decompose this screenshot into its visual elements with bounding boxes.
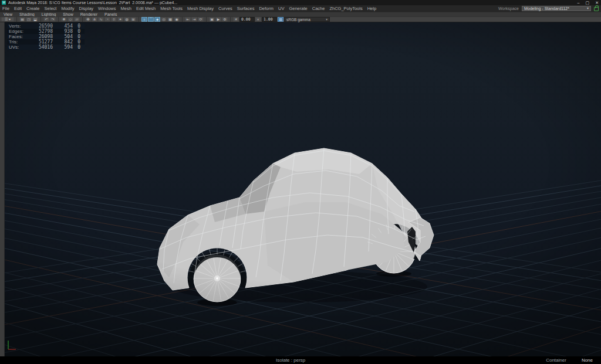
redo-icon[interactable]: ↷	[50, 17, 56, 22]
panel-menu-panels[interactable]: Panels	[101, 12, 120, 16]
menu-surfaces[interactable]: Surfaces	[235, 5, 257, 12]
panel-menu-show[interactable]: Show	[59, 12, 77, 16]
menu-mesh[interactable]: Mesh	[119, 5, 134, 12]
input-connections-icon[interactable]: ⇤	[185, 17, 191, 22]
menu-uv[interactable]: UV	[276, 5, 286, 12]
hud-row-faces-: Faces:260985040	[7, 34, 85, 39]
chevron-down-icon: ▾	[326, 18, 327, 22]
window-controls: – ▢ ✕	[578, 0, 599, 5]
close-button[interactable]: ✕	[595, 1, 599, 5]
menuset-selector[interactable]: ☰ ▾	[1, 17, 14, 22]
menu-display[interactable]: Display	[77, 5, 96, 12]
toolbar-separator	[182, 17, 183, 22]
toolbar-separator	[16, 17, 17, 22]
make-live-icon[interactable]: ◉	[174, 17, 180, 22]
select-by-object-icon[interactable]: ◇	[67, 17, 73, 22]
toolbar-separator	[58, 17, 59, 22]
mask-rendering-icon[interactable]: ◍	[124, 17, 130, 22]
menu-curves[interactable]: Curves	[216, 5, 235, 12]
mask-dynamics-icon[interactable]: ✶	[117, 17, 123, 22]
workspace-selector[interactable]: Modeling - Standard112* ▾	[522, 6, 591, 11]
menu-modify[interactable]: Modify	[59, 5, 76, 12]
panel-menu-bar: ViewShadingLightingShowRendererPanels	[0, 12, 601, 16]
menu-help[interactable]: Help	[365, 5, 379, 12]
render-frame-icon[interactable]: ▣	[209, 17, 215, 22]
panel-menu-lighting[interactable]: Lighting	[38, 12, 60, 16]
workspace-value: Modeling - Standard112*	[524, 6, 569, 11]
menu-edit-mesh[interactable]: Edit Mesh	[134, 5, 158, 12]
hud-row-uvs-: UVs:540165940	[7, 45, 85, 50]
mask-deformers-icon[interactable]: ◊	[111, 17, 117, 22]
select-by-hierarchy-icon[interactable]: ❖	[61, 17, 67, 22]
toolbar-separator	[40, 17, 41, 22]
undo-icon[interactable]: ↶	[43, 17, 49, 22]
view-transform-value: sRGB gamma	[286, 18, 310, 22]
menu-edit[interactable]: Edit	[12, 5, 24, 12]
gamma-field[interactable]: 1.00	[262, 17, 277, 22]
container-value[interactable]: None	[582, 358, 593, 363]
panel-menu-renderer[interactable]: Renderer	[77, 12, 101, 16]
snap-to-grid-icon[interactable]: ⌗	[141, 17, 147, 22]
menu-generate[interactable]: Generate	[286, 5, 309, 12]
title-bar: M Autodesk Maya 2018: S:\CG Items Course…	[0, 0, 601, 5]
toolbar-separator	[82, 17, 83, 22]
status-line-toolbar: ☰ ▾▤◳⬓↶↷❖◇▱✜⋔∿◔◊✶◍⊞⌗⌒◈◎▦◉⇤⇥⟳▣▶⚙☀0.00◐1.0…	[0, 16, 601, 22]
menu-file[interactable]: File	[0, 5, 12, 12]
menu-create[interactable]: Create	[24, 5, 42, 12]
mask-handles-icon[interactable]: ✜	[85, 17, 91, 22]
toolbar-separator	[139, 17, 139, 22]
chevron-down-icon: ▾	[587, 6, 589, 11]
axis-gizmo	[5, 338, 22, 352]
mask-surfaces-icon[interactable]: ◔	[104, 17, 110, 22]
menu-mesh-display[interactable]: Mesh Display	[185, 5, 216, 12]
panel-menu-shading[interactable]: Shading	[16, 12, 38, 16]
open-scene-icon[interactable]: ◳	[26, 17, 32, 22]
view-transform-selector[interactable]: sRGB gamma▾	[284, 17, 330, 22]
maximize-button[interactable]: ▢	[586, 1, 590, 5]
maya-app-icon: M	[2, 1, 6, 5]
mask-misc-icon[interactable]: ⊞	[130, 17, 136, 22]
render-settings-icon[interactable]: ⚙	[222, 17, 228, 22]
view-transform-icon[interactable]: ▥	[278, 17, 283, 22]
save-scene-icon[interactable]: ⬓	[32, 17, 38, 22]
snap-to-view-plane-icon[interactable]: ▦	[167, 17, 173, 22]
panel-menu-view[interactable]: View	[0, 12, 16, 16]
menu-select[interactable]: Select	[42, 5, 59, 12]
toolbar-separator	[206, 17, 207, 22]
workspace-lock-icon[interactable]	[594, 7, 599, 11]
maya-window: M Autodesk Maya 2018: S:\CG Items Course…	[0, 0, 601, 364]
menu-cache[interactable]: Cache	[310, 5, 327, 12]
car-model[interactable]	[153, 137, 434, 312]
select-by-component-icon[interactable]: ▱	[74, 17, 80, 22]
toolbar-separator	[230, 17, 231, 22]
gamma-icon[interactable]: ◐	[255, 17, 261, 22]
workspace-area: Workspace Modeling - Standard112* ▾	[498, 5, 599, 12]
viewport[interactable]: Verts:265904540Edges:527989380Faces:2609…	[0, 22, 601, 356]
mask-joints-icon[interactable]: ⋔	[92, 17, 97, 22]
minimize-button[interactable]: –	[578, 1, 580, 5]
window-title: Autodesk Maya 2018: S:\CG Items Course L…	[8, 1, 177, 5]
snap-to-curve-icon[interactable]: ⌒	[148, 17, 154, 22]
snap-to-projected-center-icon[interactable]: ◎	[161, 17, 167, 22]
bottom-bar: Isolate : persp Container None	[0, 356, 601, 364]
hud-row-tris-: Tris:512778420	[7, 39, 85, 45]
snap-to-point-icon[interactable]: ◈	[154, 17, 160, 22]
hud-row-verts-: Verts:265904540	[7, 23, 85, 29]
menu-mesh-tools[interactable]: Mesh Tools	[158, 5, 185, 12]
exposure-icon[interactable]: ☀	[233, 17, 239, 22]
exposure-field[interactable]: 0.00	[239, 17, 255, 22]
hud-row-edges-: Edges:527989380	[7, 29, 85, 34]
camera-label: Isolate : persp	[276, 358, 305, 363]
menu-zhcg-polytools[interactable]: ZhCG_PolyTools	[327, 5, 364, 12]
construction-history-icon[interactable]: ⟳	[198, 17, 204, 22]
menu-windows[interactable]: Windows	[96, 5, 118, 12]
main-menu-bar: FileEditCreateSelectModifyDisplayWindows…	[0, 5, 601, 12]
ipr-render-icon[interactable]: ▶	[215, 17, 221, 22]
output-connections-icon[interactable]: ⇥	[191, 17, 197, 22]
container-label: Container	[546, 358, 566, 363]
menu-deform[interactable]: Deform	[256, 5, 276, 12]
collapsed-side-panel[interactable]	[0, 22, 5, 356]
workspace-label: Workspace	[498, 6, 519, 11]
mask-curves-icon[interactable]: ∿	[98, 17, 104, 22]
new-scene-icon[interactable]: ▤	[19, 17, 25, 22]
